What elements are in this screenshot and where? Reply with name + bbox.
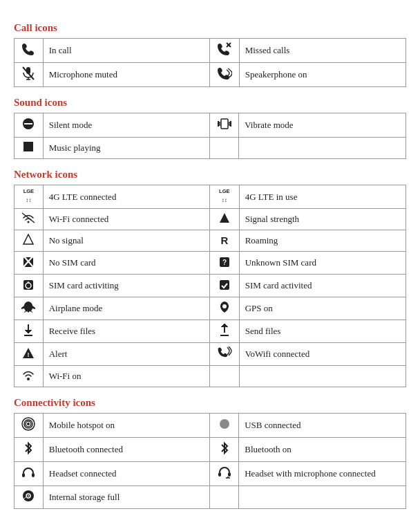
microphone-muted-icon	[15, 63, 44, 87]
headset-with-mic-icon	[210, 462, 239, 486]
vibrate-mode-label: Vibrate mode	[239, 113, 406, 138]
svg-rect-7	[24, 123, 32, 124]
bluetooth-connected-icon	[15, 438, 44, 462]
in-call-label: In call	[43, 39, 209, 63]
table-row: No SIM card ? Unknown SIM card	[15, 252, 406, 275]
table-row: Wi-Fi on	[15, 366, 406, 387]
no-sim-card-label: No SIM card	[43, 252, 209, 275]
table-row: Receive files Send files	[15, 320, 406, 343]
sound-icons-table: Silent mode Vibrate mode Music playing	[14, 113, 406, 159]
svg-marker-16	[23, 234, 33, 244]
empty-icon-1	[210, 138, 239, 159]
svg-marker-15	[220, 213, 229, 223]
svg-point-36	[220, 419, 229, 429]
silent-mode-label: Silent mode	[43, 113, 210, 138]
svg-text:!: !	[28, 351, 30, 358]
4g-lte-connected-icon: LGE ↕↕	[15, 185, 44, 209]
roaming-icon: R	[209, 230, 239, 252]
4g-lte-in-use-label: 4G LTE in use	[239, 185, 405, 209]
table-row: Silent mode Vibrate mode	[15, 113, 406, 138]
speakerphone-icon	[209, 63, 239, 87]
unknown-sim-card-icon: ?	[209, 252, 239, 275]
svg-point-35	[27, 423, 30, 425]
airplane-mode-label: Airplane mode	[43, 297, 209, 320]
svg-point-26	[222, 304, 227, 308]
empty-label-2	[239, 366, 405, 387]
usb-connected-label: USB connected	[239, 414, 406, 438]
signal-strength-label: Signal strength	[239, 209, 405, 230]
unknown-sim-card-label: Unknown SIM card	[239, 252, 405, 275]
mobile-hotspot-label: Mobile hotspot on	[43, 414, 210, 438]
wifi-on-label: Wi-Fi on	[43, 366, 209, 387]
table-row: No signal R Roaming	[15, 230, 406, 252]
roaming-label: Roaming	[239, 230, 405, 252]
empty-icon-3	[210, 486, 239, 509]
missed-calls-icon	[209, 39, 239, 63]
sim-activited-icon	[209, 275, 239, 297]
vowifi-connected-label: VoWifi connected	[239, 343, 405, 366]
sim-activiting-label: SIM card activiting	[43, 275, 209, 297]
wifi-connected-icon	[15, 209, 44, 230]
gps-on-icon	[209, 297, 239, 320]
internal-storage-full-icon	[15, 486, 44, 509]
svg-text:?: ?	[222, 259, 227, 266]
svg-point-33	[27, 378, 30, 380]
svg-rect-25	[220, 280, 229, 290]
vibrate-mode-icon	[210, 113, 239, 138]
headset-with-mic-label: Headset with microphone connected	[239, 462, 406, 486]
bluetooth-on-icon	[210, 438, 239, 462]
gps-on-label: GPS on	[239, 297, 405, 320]
sim-activited-label: SIM card activited	[239, 275, 405, 297]
sound-icons-title: Sound icons	[14, 97, 406, 109]
microphone-muted-label: Microphone muted	[43, 63, 209, 87]
table-row: Bluetooth connected Bluetooth on	[15, 438, 406, 462]
wifi-on-icon	[15, 366, 44, 387]
mobile-hotspot-icon	[15, 414, 44, 438]
connectivity-icons-table: Mobile hotspot on USB connected Bluetoot…	[14, 413, 406, 509]
table-row: In call Missed calls	[15, 39, 406, 63]
no-signal-icon	[15, 230, 44, 252]
speakerphone-label: Speakerphone on	[239, 63, 405, 87]
4g-lte-connected-label: 4G LTE connected	[43, 185, 209, 209]
send-files-label: Send files	[239, 320, 405, 343]
svg-point-45	[28, 495, 29, 497]
airplane-mode-icon	[15, 297, 44, 320]
call-icons-title: Call icons	[14, 22, 406, 34]
no-signal-label: No signal	[43, 230, 209, 252]
vowifi-connected-icon	[209, 343, 239, 366]
table-row: Airplane mode GPS on	[15, 297, 406, 320]
in-call-icon	[15, 39, 44, 63]
table-row: Headset connected Headset with microphon…	[15, 462, 406, 486]
table-row: ! Alert VoWifi connected	[15, 343, 406, 366]
signal-strength-icon	[209, 209, 239, 230]
usb-connected-icon	[210, 414, 239, 438]
table-row: Mobile hotspot on USB connected	[15, 414, 406, 438]
table-row: Wi-Fi connected Signal strength	[15, 209, 406, 230]
missed-calls-label: Missed calls	[239, 39, 405, 63]
svg-rect-39	[218, 472, 221, 477]
headset-connected-label: Headset connected	[43, 462, 210, 486]
connectivity-icons-title: Connectivity icons	[14, 397, 406, 409]
svg-rect-38	[32, 473, 35, 477]
no-sim-card-icon	[15, 252, 44, 275]
music-playing-icon	[15, 138, 44, 159]
table-row: SIM card activiting SIM card activited	[15, 275, 406, 297]
bluetooth-connected-label: Bluetooth connected	[43, 438, 210, 462]
svg-rect-13	[23, 142, 33, 151]
table-row: Microphone muted Speakerphone on	[15, 63, 406, 87]
network-icons-table: LGE ↕↕ 4G LTE connected LGE ↕↕ 4G LTE in…	[14, 185, 406, 387]
call-icons-table: In call Missed calls Micro	[14, 38, 406, 87]
receive-files-label: Receive files	[43, 320, 209, 343]
table-row: LGE ↕↕ 4G LTE connected LGE ↕↕ 4G LTE in…	[15, 185, 406, 209]
music-playing-label: Music playing	[43, 138, 210, 159]
receive-files-icon	[15, 320, 44, 343]
network-icons-title: Network icons	[14, 169, 406, 181]
sim-activiting-icon	[15, 275, 44, 297]
table-row: Music playing	[15, 138, 406, 159]
alert-icon: !	[15, 343, 44, 366]
empty-label-3	[239, 486, 406, 509]
bluetooth-on-label: Bluetooth on	[239, 438, 406, 462]
internal-storage-full-label: Internal storage full	[43, 486, 210, 509]
4g-lte-in-use-icon: LGE ↕↕	[209, 185, 239, 209]
send-files-icon	[209, 320, 239, 343]
